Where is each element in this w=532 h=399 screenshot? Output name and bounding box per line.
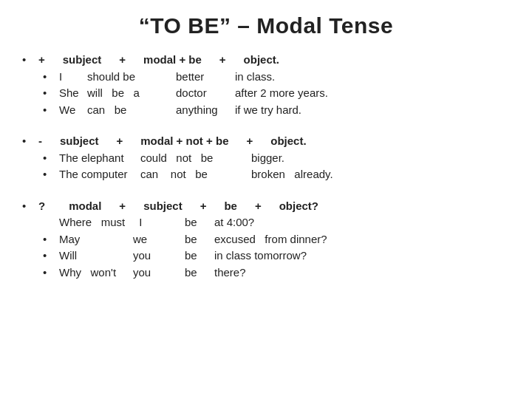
bullet-s1r3: • — [43, 102, 59, 119]
bullet-s3r2: • — [43, 231, 59, 248]
page: “TO BE” – Modal Tense • + subject + moda… — [0, 0, 532, 399]
bullet-s3r4: • — [43, 265, 59, 282]
s3-row1: Where must I be at 4:00? — [22, 214, 510, 231]
s3-row2: • May we be excused from dinner? — [22, 231, 510, 248]
bullet-s2r2: • — [43, 166, 59, 183]
section1-header: + subject + modal + be + object. — [38, 52, 279, 69]
s1r3-extra: if we try hard. — [235, 102, 301, 119]
section2-header: - subject + modal + not + be + object. — [38, 133, 307, 150]
s1r3-obj: anything — [176, 102, 235, 119]
section-question: • ? modal + subject + be + object? — [22, 198, 510, 282]
s1r1-modal: should be — [87, 69, 176, 86]
s3r1-obj: at 4:00? — [214, 214, 254, 231]
s2-modal: modal + not + be — [140, 133, 228, 150]
s3r3-obj: in class tomorrow? — [214, 248, 307, 265]
section1-header-row: • + subject + modal + be + object. — [22, 52, 510, 69]
s1r1-subj: I — [59, 69, 87, 86]
s2-row1: • The elephant could not be bigger. — [22, 150, 510, 167]
s2r1-modal: could not be — [140, 150, 251, 167]
bullet-1: • — [22, 52, 38, 69]
s1r2-subj: She — [59, 85, 87, 102]
s3r2-modal: May — [59, 231, 133, 248]
s1-plus3: + — [219, 52, 226, 69]
content-area: • + subject + modal + be + object. • — [22, 52, 510, 288]
s3r3-be: be — [185, 248, 214, 265]
s1r1-extra: in class. — [235, 69, 275, 86]
bullet-s1r1: • — [43, 69, 59, 86]
s1-object: object. — [244, 52, 279, 69]
s2r2-subj: The computer — [59, 166, 140, 183]
s3r2-subj: we — [133, 231, 185, 248]
s1r2-extra: after 2 more years. — [235, 85, 328, 102]
s1-row2: • She will be a doctor after 2 more year… — [22, 85, 510, 102]
s1r2-obj: doctor — [176, 85, 235, 102]
s3-be: be — [224, 198, 237, 215]
s3-object: object? — [279, 198, 318, 215]
s3r4-be: be — [185, 265, 214, 282]
s2-minus: - — [38, 133, 42, 150]
s3r3-subj: you — [133, 248, 185, 265]
s1-subject: subject — [63, 52, 102, 69]
s3r2-obj: excused from dinner? — [214, 231, 327, 248]
s3r1-subj: I — [133, 214, 185, 231]
s2-plus2: + — [246, 133, 253, 150]
section-negative: • - subject + modal + not + be + object. — [22, 133, 510, 183]
s3-plus3: + — [255, 198, 262, 215]
s1r3-modal: can be — [87, 102, 176, 119]
s1r1-obj: better — [176, 69, 235, 86]
s3-q: ? — [38, 198, 45, 215]
s3r4-obj: there? — [214, 265, 246, 282]
page-title: “TO BE” – Modal Tense — [22, 13, 510, 38]
s2-plus: + — [117, 133, 123, 150]
section3-header-row: • ? modal + subject + be + object? — [22, 198, 510, 215]
s1-plus: + — [38, 52, 45, 69]
s2r1-obj: bigger. — [251, 150, 284, 167]
s3r4-modal: Why won't — [59, 265, 133, 282]
bullet-s1r2: • — [43, 85, 59, 102]
s1r2-modal: will be a — [87, 85, 176, 102]
s1-row3: • We can be anything if we try hard. — [22, 102, 510, 119]
s1-row1: • I should be better in class. — [22, 69, 510, 86]
s3r2-be: be — [185, 231, 214, 248]
section-positive: • + subject + modal + be + object. • — [22, 52, 510, 118]
bullet-3: • — [22, 198, 38, 215]
s2r1-subj: The elephant — [59, 150, 140, 167]
s3-plus: + — [119, 198, 126, 215]
s1-plus2: + — [119, 52, 126, 69]
s3-subject: subject — [143, 198, 183, 215]
s3-modal: modal — [69, 198, 101, 215]
bullet-s3r3: • — [43, 248, 59, 265]
s3r4-subj: you — [133, 265, 185, 282]
s3-row4: • Why won't you be there? — [22, 265, 510, 282]
s1-modal: modal + be — [143, 52, 202, 69]
s2-row2: • The computer can not be broken already… — [22, 166, 510, 183]
s3-plus2: + — [200, 198, 207, 215]
s2-object: object. — [270, 133, 306, 150]
section2-header-row: • - subject + modal + not + be + object. — [22, 133, 510, 150]
s1r3-subj: We — [59, 102, 87, 119]
s3-row3: • Will you be in class tomorrow? — [22, 248, 510, 265]
bullet-s2r1: • — [43, 150, 59, 167]
bullet-2: • — [22, 133, 38, 150]
s3r1-modal: Where must — [59, 214, 133, 231]
s3r1-be: be — [185, 214, 214, 231]
section3-header: ? modal + subject + be + object? — [38, 198, 318, 215]
s2r2-modal: can not be — [140, 166, 251, 183]
s3r3-modal: Will — [59, 248, 133, 265]
s2-subject: subject — [60, 133, 99, 150]
s2r2-obj: broken already. — [251, 166, 333, 183]
